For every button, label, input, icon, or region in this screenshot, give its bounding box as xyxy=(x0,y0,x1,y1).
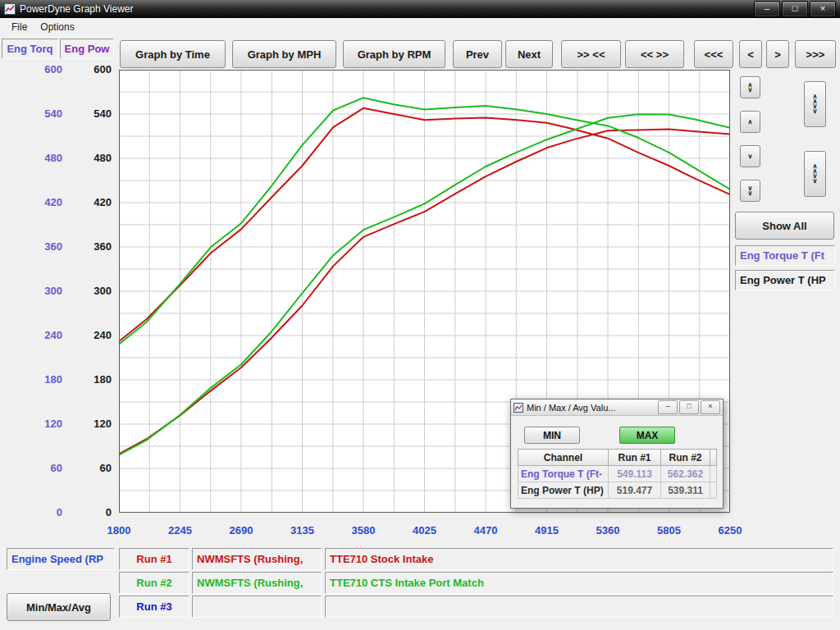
menu-file[interactable]: File xyxy=(5,20,34,34)
max-button[interactable]: MAX xyxy=(619,427,675,444)
torque-axis-tick: 480 xyxy=(21,152,62,164)
minmax-sliver-cell xyxy=(710,466,717,482)
torque-axis-tick: 240 xyxy=(21,329,62,341)
minmax-table: ChannelRun #1Run #2Eng Torque T (Ft-549.… xyxy=(518,449,717,499)
minmax-col-header: Run #1 xyxy=(609,450,661,466)
torque-axis-tick: 60 xyxy=(21,462,62,474)
minmax-maximize-button[interactable]: □ xyxy=(679,400,699,414)
torque-axis-tick: 180 xyxy=(21,373,62,386)
menu-options[interactable]: Options xyxy=(34,20,80,34)
toolbar-button-zoom-in[interactable]: >> << xyxy=(561,40,621,68)
min-button[interactable]: MIN xyxy=(524,427,580,444)
minmax-col-header xyxy=(710,450,717,466)
window-title: PowerDyne Graph Viewer xyxy=(20,3,134,15)
torque-axis-tick: 420 xyxy=(21,196,62,208)
torque-axis-tick: 120 xyxy=(21,418,62,430)
x-axis-tick: 4025 xyxy=(400,524,450,536)
run-desc-1: TTE710 Stock Intake xyxy=(325,548,833,570)
minmax-minimize-button[interactable]: – xyxy=(658,400,678,414)
run-file-3 xyxy=(192,596,322,618)
minmax-col-header: Run #2 xyxy=(661,450,710,466)
x-axis-tick: 3135 xyxy=(278,524,327,536)
minmax-value-cell: 539.311 xyxy=(661,482,710,499)
torque-axis-tick: 0 xyxy=(21,506,62,518)
torque-axis-tick: 540 xyxy=(21,107,62,120)
x-axis-tick: 2245 xyxy=(156,524,205,536)
toolbar-button-scroll-far-left[interactable]: <<< xyxy=(694,40,733,68)
power-axis-tick: 480 xyxy=(71,152,112,164)
run-label-1: Run #1 xyxy=(119,548,189,570)
toolbar-button-scroll-far-right[interactable]: >>> xyxy=(795,40,836,68)
minmax-col-header: Channel xyxy=(518,450,609,466)
spinner-down-button[interactable]: ∨ xyxy=(740,145,760,167)
power-axis-tick: 120 xyxy=(71,418,112,430)
maximize-button[interactable]: □ xyxy=(782,1,808,17)
minmax-value-cell: 562.362 xyxy=(661,466,710,482)
minmax-channel-cell: Eng Power T (HP) xyxy=(518,482,609,499)
spinner-range-scroll-button[interactable]: ∧∧∨∨ xyxy=(804,151,826,197)
power-axis-tick: 300 xyxy=(71,285,112,297)
channel-label-power: Eng Power T (HP xyxy=(735,270,835,290)
toolbar-button-prev[interactable]: Prev xyxy=(453,40,502,68)
toolbar-button-scroll-right[interactable]: > xyxy=(766,40,789,68)
power-axis-tick: 60 xyxy=(71,462,112,474)
minmax-window: Min / Max / Avg Valu... –□× MIN MAX Chan… xyxy=(510,399,724,509)
toolbar-button-graph-by-mph[interactable]: Graph by MPH xyxy=(232,40,336,68)
run-file-1: NWMSFTS (Rushing, xyxy=(192,548,322,570)
minmax-window-controls: –□× xyxy=(658,400,720,414)
x-axis-tick: 6250 xyxy=(705,524,755,536)
run-desc-2: TTE710 CTS Intake Port Match xyxy=(325,572,833,594)
run-file-2: NWMSFTS (Rushing, xyxy=(192,572,322,594)
tab-eng-torque[interactable]: Eng Torq xyxy=(2,39,58,59)
x-axis-tick: 1800 xyxy=(94,524,144,536)
torque-axis-tick: 300 xyxy=(21,285,62,297)
torque-axis-tick: 360 xyxy=(21,240,62,253)
run-desc-3 xyxy=(325,596,833,618)
toolbar-button-graph-by-time[interactable]: Graph by Time xyxy=(120,40,226,68)
x-axis-channel-label: Engine Speed (RP xyxy=(7,548,115,570)
window-controls: –□× xyxy=(754,1,840,17)
power-axis-tick: 360 xyxy=(71,240,112,253)
minimize-button[interactable]: – xyxy=(754,1,780,17)
x-axis-tick: 4470 xyxy=(461,524,510,536)
spinner-collapse-button[interactable]: ∧∨ xyxy=(740,76,760,98)
power-axis-tick: 540 xyxy=(71,107,112,120)
minmax-sliver-cell xyxy=(710,482,717,499)
power-axis-tick: 240 xyxy=(71,329,112,341)
x-axis-tick: 4915 xyxy=(523,524,572,536)
minmax-value-cell: 549.113 xyxy=(609,466,661,482)
channel-label-torque: Eng Torque T (Ft xyxy=(735,245,835,266)
toolbar-button-graph-by-rpm[interactable]: Graph by RPM xyxy=(343,40,445,68)
x-axis-tick: 5805 xyxy=(645,524,694,536)
x-axis-tick: 3580 xyxy=(339,524,388,536)
titlebar[interactable]: PowerDyne Graph Viewer –□× xyxy=(0,0,840,18)
power-axis-tick: 420 xyxy=(71,196,112,208)
spinner-up-button[interactable]: ∧ xyxy=(740,111,760,133)
toolbar-button-next[interactable]: Next xyxy=(505,40,553,68)
spinner-step-down-button[interactable]: ∨∨ xyxy=(740,180,760,202)
power-axis-tick: 180 xyxy=(71,373,112,386)
min-max-avg-button[interactable]: Min/Max/Avg xyxy=(7,593,111,621)
power-axis-tick: 0 xyxy=(71,506,112,518)
minmax-value-cell: 519.477 xyxy=(609,482,661,499)
spinner-range-scroll-button[interactable]: ∧∧∨∨ xyxy=(804,81,826,127)
toolbar-button-zoom-out[interactable]: << >> xyxy=(625,40,684,68)
run-label-3: Run #3 xyxy=(119,596,189,618)
app-icon xyxy=(4,3,16,15)
close-button[interactable]: × xyxy=(810,1,836,17)
menubar: FileOptions xyxy=(0,18,840,35)
run-label-2: Run #2 xyxy=(119,572,189,594)
minmax-titlebar[interactable]: Min / Max / Avg Valu... –□× xyxy=(511,399,723,416)
x-axis-tick: 5360 xyxy=(583,524,632,536)
toolbar-button-scroll-left[interactable]: < xyxy=(739,40,762,68)
x-axis-tick: 2690 xyxy=(217,524,266,536)
powerdyne-window: PowerDyne Graph Viewer –□× FileOptions E… xyxy=(0,0,840,630)
show-all-button[interactable]: Show All xyxy=(735,212,834,240)
minmax-window-icon xyxy=(514,403,523,413)
tab-eng-power[interactable]: Eng Pow xyxy=(60,39,114,59)
minmax-window-title: Min / Max / Avg Valu... xyxy=(527,403,658,413)
minmax-close-button[interactable]: × xyxy=(701,400,720,414)
torque-axis-tick: 600 xyxy=(21,63,62,75)
minmax-channel-cell: Eng Torque T (Ft- xyxy=(518,466,609,482)
power-axis-tick: 600 xyxy=(71,63,112,75)
